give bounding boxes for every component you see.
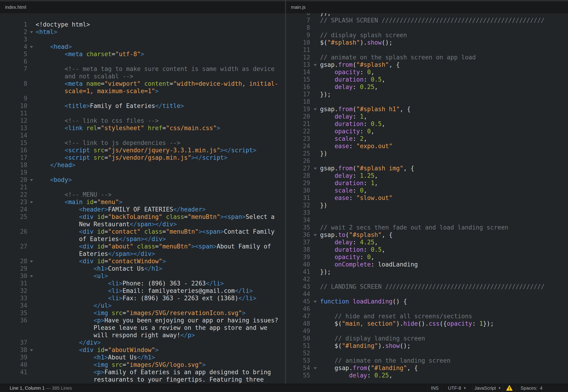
code-text[interactable]: <!-- MENU --> [36, 191, 112, 198]
fold-arrow-icon[interactable] [310, 231, 320, 238]
fold-arrow-icon[interactable] [27, 257, 36, 265]
code-text[interactable]: <header>FAMILY OF EATERIES</header> [36, 206, 206, 213]
code-text[interactable]: gsap.from("#splash h1", { [320, 105, 410, 113]
code-text[interactable]: delay: 1, [320, 113, 367, 120]
tab-main-js[interactable]: main.js [291, 1, 306, 13]
code-text[interactable]: <div id="about" class="menuBtn"><span>Ab… [36, 243, 271, 250]
code-text[interactable]: // display splash screen [320, 31, 407, 39]
status-language[interactable]: JavaScript▼ [472, 384, 503, 392]
fold-arrow-icon[interactable] [310, 105, 320, 113]
code-text[interactable]: </div> [36, 339, 101, 346]
code-text[interactable]: // animate on the landing screen [320, 357, 451, 364]
code-text[interactable]: $("main, section").hide().css({opacity: … [320, 320, 494, 327]
code-text[interactable]: $("#landing").show(); [320, 342, 410, 350]
code-text[interactable]: }); [320, 13, 331, 17]
code-text[interactable]: of Eateries</span></div> [36, 235, 166, 243]
status-indentation[interactable]: Spaces: 4 [516, 384, 568, 392]
code-text[interactable]: Please leave us a review on the app stor… [36, 324, 267, 331]
code-text[interactable]: <div id="contactWindow"> [36, 257, 166, 265]
code-text[interactable]: scale=1, maximum-scale=1"> [36, 87, 159, 95]
left-editor-pane[interactable]: 1<!doctype html>2<html>34 <head>5 <meta … [0, 13, 285, 384]
fold-arrow-icon[interactable] [27, 198, 36, 206]
code-text[interactable]: Eateries</span></div> [36, 250, 155, 257]
code-text[interactable]: onComplete: loadLanding [320, 261, 418, 268]
code-text[interactable]: }); [320, 91, 331, 98]
code-text[interactable]: <div id="aboutWindow"> [36, 346, 159, 354]
code-text[interactable]: <div id="backToLanding" class="menuBtn">… [36, 213, 275, 221]
fold-arrow-icon[interactable] [310, 364, 320, 372]
fold-arrow-icon[interactable] [27, 346, 36, 354]
code-text[interactable]: <p>Have you been enjoying our app or hav… [36, 317, 278, 324]
code-text[interactable]: and not scalabl --> [36, 72, 133, 80]
code-text[interactable]: restaurants to your fingertips. Featurin… [36, 376, 264, 383]
code-text[interactable]: <p>Family of Eateries is an app designed… [36, 368, 271, 376]
left-pane-code[interactable]: 1<!doctype html>2<html>34 <head>5 <meta … [0, 13, 285, 383]
code-text[interactable]: <div id="contact" class="menuBtn"><span>… [36, 228, 275, 235]
code-text[interactable]: New Restaurant</span></div> [36, 221, 177, 228]
fold-arrow-icon[interactable] [27, 272, 36, 280]
tab-index-html[interactable]: index.html [5, 1, 26, 13]
code-text[interactable]: opacity: 0, [320, 127, 374, 135]
code-text[interactable]: <li>Email: familyeateries@gmail.com</li> [36, 287, 253, 294]
code-text[interactable]: $("#splash").show(); [320, 39, 393, 46]
code-text[interactable]: scale: 2, [320, 135, 367, 142]
code-text[interactable]: will respond right away!</p> [36, 331, 195, 339]
fold-arrow-icon[interactable] [310, 165, 320, 172]
code-text[interactable]: duration: 0.5, [320, 76, 385, 83]
code-text[interactable]: <meta name="viewport" content="width=dev… [36, 80, 278, 87]
code-text[interactable]: <link rel="stylesheet" href="css/main.cs… [36, 124, 220, 132]
status-encoding[interactable]: UTF-8▼ [442, 384, 472, 392]
status-ins-mode[interactable]: INS [428, 384, 442, 392]
code-text[interactable]: // hide and reset all screens/sections [320, 312, 472, 320]
code-text[interactable]: <meta charset="utf-8"> [36, 50, 144, 58]
fold-arrow-icon[interactable] [27, 176, 36, 183]
code-text[interactable]: opacity: 0, [320, 69, 374, 76]
code-text[interactable]: duration: 1, [320, 179, 378, 187]
code-text[interactable]: // display landing screen [320, 335, 425, 342]
right-pane-code[interactable]: 6});7// SPLASH SCREEN //////////////////… [286, 13, 568, 379]
code-text[interactable]: <!-- meta tag to make sure content is sa… [36, 65, 275, 72]
code-text[interactable]: <li>Phone: (896) 363 - 2263</li> [36, 280, 224, 287]
code-text[interactable]: scale: 0, [320, 187, 367, 194]
code-text[interactable]: // animate on the splash screen on app l… [320, 54, 476, 61]
code-text[interactable]: <main id="menu"> [36, 198, 123, 206]
cursor-position[interactable]: Line 1, Column 1 — 385 Lines [0, 386, 72, 391]
code-text[interactable]: ease: "slow.out" [320, 194, 393, 202]
status-warning[interactable] [503, 384, 516, 392]
code-text[interactable]: <img src="images/SVG/logo.svg"> [36, 361, 206, 368]
code-text[interactable]: <h1>About Us</h1> [36, 354, 155, 361]
code-text[interactable]: duration: 0.5, [320, 246, 385, 253]
code-text[interactable]: duration: 0.5, [320, 120, 385, 127]
fold-arrow-icon[interactable] [27, 43, 36, 50]
code-text[interactable]: gsap.from("#splash img", { [320, 165, 414, 172]
code-text[interactable]: <script src="js/vendor/gsap.min.js"></sc… [36, 154, 228, 161]
fold-arrow-icon[interactable] [27, 28, 36, 36]
code-text[interactable]: <h1>Contact Us</h1> [36, 265, 162, 272]
code-text[interactable]: delay: 4.25, [320, 238, 378, 246]
fold-arrow-icon[interactable] [310, 61, 320, 69]
code-text[interactable]: <img src="images/SVG/reservationIcon.svg… [36, 309, 246, 317]
code-text[interactable]: <script src="js/vendor/jquery-3.3.1.min.… [36, 147, 257, 154]
code-text[interactable]: function loadLanding() { [320, 298, 407, 305]
code-text[interactable]: <!-- link to js dependencies --> [36, 139, 180, 147]
code-text[interactable]: <li>Fax: (896) 363 - 2263 ext (1368)</li… [36, 294, 257, 302]
code-text[interactable]: <!doctype html> [36, 21, 90, 28]
code-text[interactable]: ease: "expo.out" [320, 142, 393, 150]
fold-arrow-icon[interactable] [310, 298, 320, 305]
right-editor-pane[interactable]: 6});7// SPLASH SCREEN //////////////////… [286, 13, 568, 384]
code-text[interactable]: gsap.from("#splash", { [320, 61, 400, 69]
code-text[interactable]: opacity: 0, [320, 253, 374, 261]
code-text[interactable]: // wait 2 secs then fade out and load la… [320, 224, 508, 231]
code-text[interactable]: <html> [36, 28, 57, 36]
code-text[interactable]: <ul> [36, 272, 108, 280]
code-text[interactable]: delay: 1.25, [320, 172, 378, 179]
code-text[interactable]: // SPLASH SCREEN ///////////////////////… [320, 17, 545, 24]
code-text[interactable]: <title>Family of Eateries</title> [36, 102, 184, 110]
code-text[interactable]: <!-- link to css files --> [36, 117, 159, 124]
code-text[interactable]: }) [320, 150, 327, 157]
code-text[interactable]: <body> [36, 176, 72, 183]
code-text[interactable]: delay: 0.25, [320, 83, 378, 91]
code-text[interactable]: gsap.to("#splash", { [320, 231, 393, 238]
code-text[interactable]: <head> [36, 43, 72, 50]
code-text[interactable]: </ul> [36, 302, 112, 309]
